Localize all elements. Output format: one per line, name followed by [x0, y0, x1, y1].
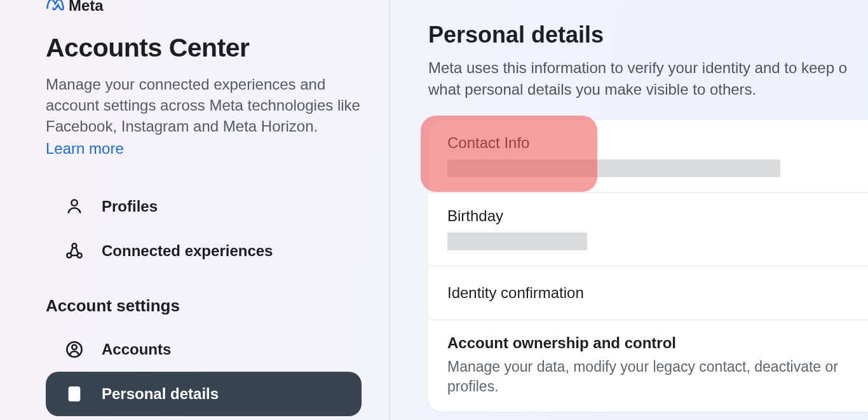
redacted-value [447, 233, 587, 250]
svg-point-5 [72, 344, 76, 349]
accounts-icon [65, 340, 84, 359]
nav-label: Connected experiences [102, 242, 273, 260]
profile-icon [65, 197, 84, 216]
svg-point-2 [67, 253, 71, 257]
row-title: Contact Info [447, 134, 849, 152]
nav-top: Profiles Connected experiences [46, 184, 362, 273]
row-title: Account ownership and control [447, 334, 849, 352]
page-subtitle: Manage your connected experiences and ac… [46, 74, 362, 137]
nav-settings: Accounts Personal details [46, 327, 362, 416]
nav-item-personal-details[interactable]: Personal details [46, 372, 362, 416]
row-account-ownership[interactable]: Account ownership and control Manage you… [428, 320, 868, 412]
personal-details-icon [65, 384, 84, 403]
connected-icon [65, 241, 84, 261]
brand-name: Meta [69, 0, 104, 15]
learn-more-link[interactable]: Learn more [46, 140, 124, 158]
nav-label: Profiles [102, 198, 158, 215]
nav-item-connected-experiences[interactable]: Connected experiences [46, 229, 362, 273]
sidebar: Meta Accounts Center Manage your connect… [0, 0, 390, 420]
page-title: Accounts Center [46, 33, 362, 63]
nav-item-profiles[interactable]: Profiles [46, 184, 362, 229]
row-birthday[interactable]: Birthday [428, 193, 868, 266]
section-heading-account-settings: Account settings [46, 296, 362, 316]
nav-label: Personal details [102, 385, 219, 403]
row-contact-info[interactable]: Contact Info [428, 120, 868, 193]
row-title: Identity confirmation [447, 284, 849, 302]
svg-point-3 [78, 253, 82, 257]
brand-logo: Meta [46, 0, 362, 15]
nav-label: Accounts [102, 341, 171, 358]
main-subtitle: Meta uses this information to verify you… [428, 57, 868, 100]
row-description: Manage your data, modify your legacy con… [447, 357, 849, 396]
main-content: Personal details Meta uses this informat… [390, 0, 868, 420]
personal-details-card: Contact Info Birthday Identity confirmat… [428, 120, 868, 412]
redacted-value [447, 159, 780, 177]
svg-point-7 [73, 390, 76, 393]
row-title: Birthday [447, 207, 849, 225]
main-title: Personal details [428, 22, 868, 48]
svg-point-0 [71, 200, 77, 205]
row-identity-confirmation[interactable]: Identity confirmation [428, 266, 868, 320]
meta-icon [46, 0, 65, 15]
nav-item-accounts[interactable]: Accounts [46, 327, 362, 372]
